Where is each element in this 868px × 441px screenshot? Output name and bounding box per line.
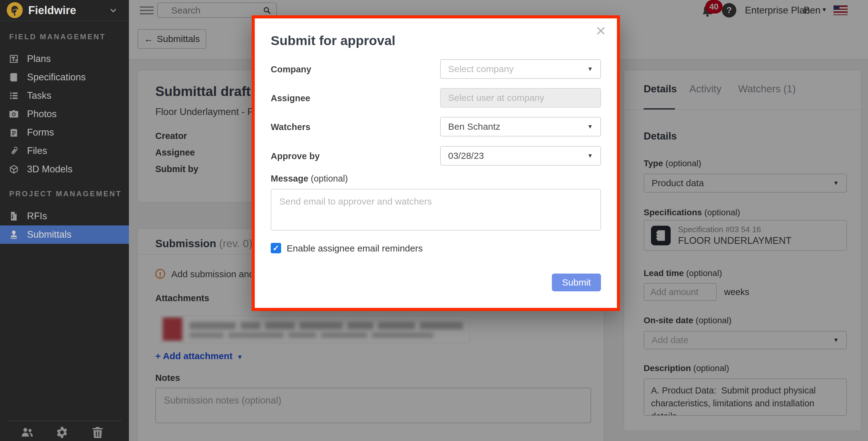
- sidebar-item-files[interactable]: Files: [0, 142, 129, 160]
- assignee-dropdown-disabled: Select user at company: [440, 88, 601, 108]
- sidebar-item-tasks[interactable]: Tasks: [0, 87, 129, 105]
- sidebar-item-specifications[interactable]: Specifications: [0, 68, 129, 87]
- section-field-management: FIELD MANAGEMENT: [9, 33, 106, 41]
- message-textarea[interactable]: [271, 189, 601, 231]
- submit-for-approval-modal: × Submit for approval Company Select com…: [252, 15, 620, 311]
- project-switcher[interactable]: Fieldwire: [0, 0, 129, 21]
- people-icon[interactable]: [19, 426, 35, 439]
- sidebar-item-photos[interactable]: Photos: [0, 105, 129, 123]
- cube-icon: [9, 164, 19, 174]
- checkbox-label: Enable assignee email reminders: [287, 243, 423, 253]
- company-dropdown[interactable]: Select company▼: [440, 59, 601, 79]
- photos-icon: [9, 109, 19, 119]
- plans-icon: [9, 54, 19, 64]
- brand-name: Fieldwire: [28, 0, 76, 21]
- submit-button[interactable]: Submit: [552, 274, 601, 291]
- gear-icon[interactable]: [55, 426, 71, 439]
- stamp-icon: [9, 229, 19, 240]
- company-label: Company: [271, 64, 311, 74]
- section-project-management: PROJECT MANAGEMENT: [9, 190, 122, 198]
- sidebar-item-rfis[interactable]: RFIs: [0, 207, 129, 226]
- modal-title: Submit for approval: [271, 33, 395, 48]
- specifications-icon: [9, 72, 19, 82]
- sidebar-item-submittals[interactable]: Submittals: [0, 226, 129, 244]
- files-icon: [9, 146, 19, 156]
- sidebar: Fieldwire FIELD MANAGEMENT Plans Specifi…: [0, 0, 129, 441]
- checkbox-checked-icon[interactable]: ✓: [271, 243, 281, 253]
- sidebar-item-forms[interactable]: Forms: [0, 123, 129, 142]
- sidebar-footer-divider: [7, 421, 122, 421]
- sidebar-item-plans[interactable]: Plans: [0, 50, 129, 68]
- app-screen: Fieldwire FIELD MANAGEMENT Plans Specifi…: [0, 0, 868, 441]
- close-icon[interactable]: ×: [596, 22, 606, 39]
- approve-by-date-dropdown[interactable]: 03/28/23▼: [440, 146, 601, 166]
- chevron-down-icon: [108, 6, 119, 15]
- sidebar-item-3d-models[interactable]: 3D Models: [0, 160, 129, 178]
- approve-by-label: Approve by: [271, 151, 320, 161]
- tasks-icon: [9, 91, 19, 101]
- message-label: Message (optional): [271, 174, 348, 184]
- caret-down-icon: ▼: [587, 123, 593, 130]
- assignee-label: Assignee: [271, 93, 310, 103]
- fieldwire-logo-icon: [7, 2, 23, 18]
- trash-icon[interactable]: [91, 426, 106, 439]
- watchers-dropdown[interactable]: Ben Schantz▼: [440, 117, 601, 136]
- rfi-document-icon: [9, 211, 19, 222]
- forms-icon: [9, 127, 19, 138]
- caret-down-icon: ▼: [587, 66, 593, 72]
- caret-down-icon: ▼: [587, 152, 593, 159]
- watchers-label: Watchers: [271, 122, 310, 132]
